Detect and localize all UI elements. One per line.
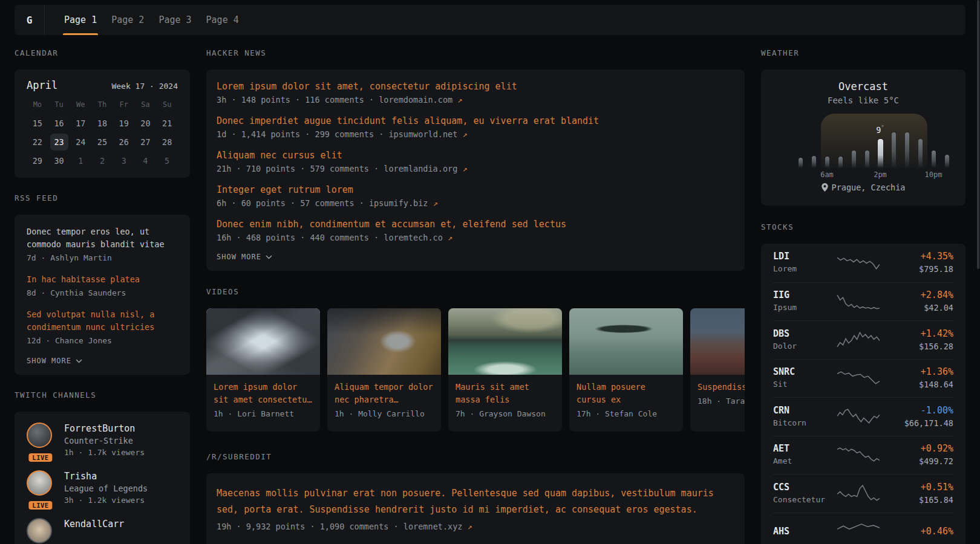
weather-time-label: 2pm <box>874 170 887 179</box>
calendar-grid: 1516171819202122232425262728293012345 <box>27 115 178 169</box>
rss-show-more-button[interactable]: SHOW MORE <box>27 357 178 365</box>
twitch-channel-meta: 1h · 1.7k viewers <box>64 447 145 458</box>
reddit-post-link[interactable]: Maecenas mollis pulvinar erat non posuer… <box>217 485 734 518</box>
hn-item: Integer eget rutrum lorem6h · 60 points … <box>217 184 734 209</box>
calendar-day: 1 <box>70 152 91 169</box>
calendar-day: 4 <box>135 152 157 169</box>
source-link[interactable]: loremtech.co ↗ <box>384 233 452 242</box>
video-meta: 17h · Stefan Cole <box>577 409 676 418</box>
source-link[interactable]: loremlandia.org ↗ <box>384 164 467 173</box>
twitch-channel-game: League of Legends <box>64 482 148 494</box>
tab-page-1[interactable]: Page 1 <box>57 5 104 35</box>
video-card-link[interactable]: Suspendisse diam18h · Tara <box>690 308 745 432</box>
rss-item-meta: 8d · Cynthia Saunders <box>27 287 178 299</box>
video-card-link[interactable]: Aliquam tempor dolor nec pharetra…1h · M… <box>327 308 441 432</box>
hn-item-link[interactable]: Aliquam nec cursus elit <box>217 149 734 161</box>
stock-symbol: AHS <box>773 526 836 537</box>
calendar-day: 3 <box>113 152 135 169</box>
rss-item-link[interactable]: Sed volutpat nulla nisl, a condimentum n… <box>27 308 178 334</box>
location-pin-icon <box>822 183 828 192</box>
videos-row: Lorem ipsum dolor sit amet consectetu…1h… <box>206 308 745 432</box>
source-link[interactable]: ipsumify.biz ↗ <box>369 198 438 208</box>
video-title: Nullam posuere cursus ex <box>577 381 676 406</box>
avatar-image <box>27 518 52 543</box>
source-link[interactable]: ipsumworld.net ↗ <box>388 129 467 139</box>
stock-change: +1.42% <box>881 328 953 340</box>
external-link-icon: ↗ <box>448 233 452 242</box>
hn-item-link[interactable]: Donec imperdiet augue tincidunt felis al… <box>217 115 734 127</box>
twitch-channel-link[interactable]: LIVETrishaLeague of Legends3h · 1.2k vie… <box>27 470 178 506</box>
hn-item-link[interactable]: Lorem ipsum dolor sit amet, consectetur … <box>217 80 734 92</box>
stocks-widget: LDILorem+4.35%$795.18IIGIpsum+2.84%$42.0… <box>761 244 965 544</box>
video-card-link[interactable]: Nullam posuere cursus ex17h · Stefan Col… <box>569 308 683 432</box>
calendar-heading: CALENDAR <box>15 48 190 59</box>
stock-sparkline <box>836 445 881 465</box>
app-logo[interactable]: G <box>15 5 45 35</box>
stock-symbol: CRN <box>773 405 836 416</box>
rss-item-link[interactable]: In hac habitasse platea <box>27 273 178 286</box>
stock-row: SNRCSit+1.36%$148.64 <box>773 359 953 398</box>
twitch-channel-name: Trisha <box>64 470 148 482</box>
videos-heading: VIDEOS <box>206 287 745 298</box>
video-card-link[interactable]: Lorem ipsum dolor sit amet consectetu…1h… <box>206 308 320 432</box>
rss-item-meta: 7d · Ashlyn Martin <box>27 252 178 264</box>
tab-page-2[interactable]: Page 2 <box>104 5 151 35</box>
stock-row: CRNBitcorn-1.00%$66,171.48 <box>773 397 953 436</box>
stock-change: +0.92% <box>881 443 953 455</box>
video-title: Mauris sit amet massa felis <box>456 381 555 406</box>
twitch-channel-link[interactable]: LIVEForrestBurtonCounter-Strike1h · 1.7k… <box>27 423 178 458</box>
stock-sparkline <box>836 484 881 504</box>
calendar-day: 5 <box>156 152 178 169</box>
video-thumbnail <box>690 308 745 375</box>
video-meta: 1h · Lori Barnett <box>214 409 313 418</box>
stock-name: Bitcorn <box>773 418 836 429</box>
avatar: LIVE <box>27 423 54 458</box>
video-card-body: Nullam posuere cursus ex17h · Stefan Col… <box>569 375 683 424</box>
hn-item-meta: 6h · 60 points · 57 comments · ipsumify.… <box>217 197 734 209</box>
calendar-day: 18 <box>91 115 113 132</box>
rss-item-link[interactable]: Donec tempor eros leo, ut commodo mauris… <box>27 225 178 251</box>
tab-page-4[interactable]: Page 4 <box>199 5 246 35</box>
current-temp-label: 9° <box>876 125 884 135</box>
video-card-link[interactable]: Mauris sit amet massa felis7h · Grayson … <box>448 308 562 432</box>
stock-values: +0.92%$499.72 <box>881 443 953 467</box>
stock-row: AETAmet+0.92%$499.72 <box>773 436 953 474</box>
twitch-channel-info: KendallCarr <box>64 518 124 543</box>
weather-bar <box>852 151 856 168</box>
stock-sparkline <box>836 522 881 542</box>
stock-values: +1.42%$156.28 <box>881 328 953 352</box>
video-card-body: Aliquam tempor dolor nec pharetra…1h · M… <box>327 375 441 424</box>
stock-price: $42.04 <box>881 302 953 313</box>
stock-price: $499.72 <box>881 456 953 467</box>
page-scrollbar[interactable] <box>977 0 979 269</box>
external-link-icon: ↗ <box>462 129 467 139</box>
top-nav-bar: G Page 1Page 2Page 3Page 4 <box>15 5 965 35</box>
calendar-day: 26 <box>113 134 135 151</box>
rss-item: Sed volutpat nulla nisl, a condimentum n… <box>27 308 178 347</box>
hn-item-link[interactable]: Donec enim nibh, condimentum et accumsan… <box>217 218 734 230</box>
source-link[interactable]: loremdomain.com ↗ <box>379 95 462 105</box>
calendar-day-name: Fr <box>113 100 135 112</box>
weather-hourly-chart: 9°6am2pm10pm <box>761 114 965 179</box>
stock-info: AHS <box>773 526 836 537</box>
hn-item: Donec enim nibh, condimentum et accumsan… <box>217 218 734 244</box>
subreddit-widget: Maecenas mollis pulvinar erat non posuer… <box>206 473 745 544</box>
hn-show-more-button[interactable]: SHOW MORE <box>217 253 734 261</box>
stock-info: SNRCSit <box>773 366 836 390</box>
calendar-day: 27 <box>135 134 157 151</box>
stock-values: -1.00%$66,171.48 <box>881 405 953 429</box>
weather-feels-like: Feels like 5°C <box>761 94 965 107</box>
hacker-news-widget: Lorem ipsum dolor sit amet, consectetur … <box>206 70 745 271</box>
hn-item-link[interactable]: Integer eget rutrum lorem <box>217 184 734 196</box>
twitch-channel-link[interactable]: KendallCarr <box>27 518 178 543</box>
stock-row: LDILorem+4.35%$795.18 <box>773 244 953 282</box>
video-card-body: Lorem ipsum dolor sit amet consectetu…1h… <box>206 375 320 424</box>
hn-item-meta: 3h · 148 points · 116 comments · loremdo… <box>217 94 734 106</box>
stock-info: IIGIpsum <box>773 290 836 313</box>
weather-bar <box>825 157 829 168</box>
rss-heading: RSS FEED <box>15 193 190 204</box>
source-link[interactable]: loremnet.xyz ↗ <box>403 522 472 531</box>
stock-change: +2.84% <box>881 290 953 301</box>
stock-price: $66,171.48 <box>881 418 953 429</box>
tab-page-3[interactable]: Page 3 <box>151 5 198 35</box>
